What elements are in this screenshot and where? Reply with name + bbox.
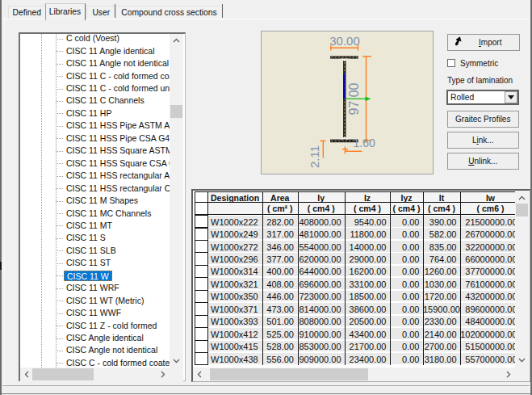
svg-text:2.11: 2.11 <box>307 145 320 168</box>
svg-text:30.00: 30.00 <box>329 34 360 48</box>
svg-text:97.00: 97.00 <box>347 82 361 115</box>
svg-text:1.60: 1.60 <box>353 137 375 149</box>
